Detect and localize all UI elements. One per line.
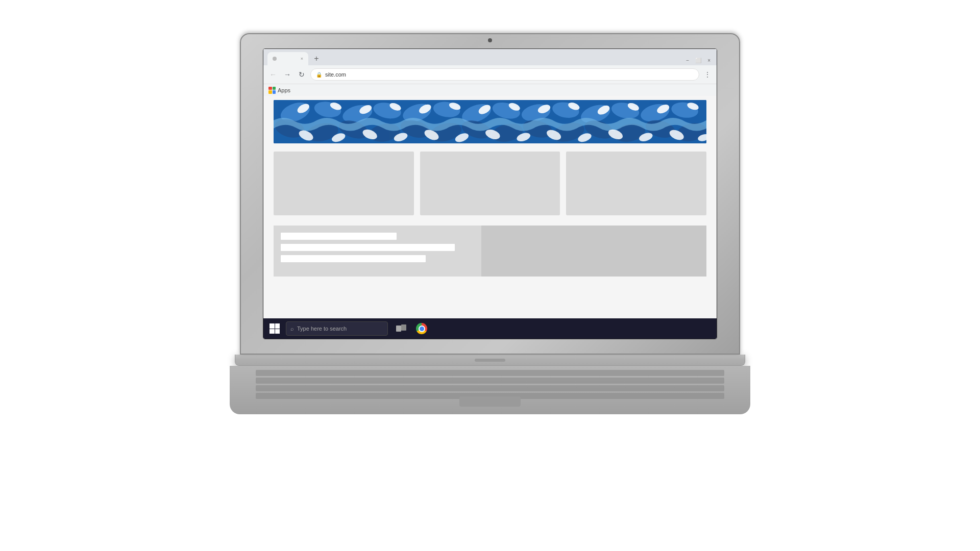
lock-icon: 🔒 (316, 72, 322, 78)
apps-grid-icon (268, 87, 276, 94)
laptop-lid: × + − ⬜ × ← → ↻ (240, 33, 740, 355)
trackpad-notch (475, 359, 505, 362)
taskbar-search[interactable]: ⌕ Type here to search (286, 321, 388, 336)
address-bar-row: ← → ↻ 🔒 site.com ⋮ (263, 65, 717, 84)
start-button[interactable] (265, 319, 284, 338)
new-tab-button[interactable]: + (309, 52, 324, 65)
keyboard-section (230, 366, 750, 414)
laptop: × + − ⬜ × ← → ↻ (219, 33, 761, 518)
refresh-button[interactable]: ↻ (296, 69, 307, 80)
chrome-app-button[interactable] (412, 319, 431, 338)
camera (488, 38, 492, 42)
windows-logo (270, 323, 280, 334)
header-pattern (274, 100, 706, 143)
address-bar[interactable]: 🔒 site.com (310, 68, 699, 81)
tab-close-button[interactable]: × (301, 56, 303, 61)
form-field-1[interactable] (281, 233, 397, 240)
site-header-banner (274, 100, 706, 143)
bottom-section (263, 221, 717, 281)
task-view-icon (396, 324, 406, 333)
url-text: site.com (325, 71, 346, 78)
card-2 (420, 152, 560, 215)
more-options-icon[interactable]: ⋮ (702, 69, 713, 80)
browser-tab[interactable]: × (267, 52, 308, 65)
form-area (274, 226, 481, 277)
card-1 (274, 152, 414, 215)
back-button[interactable]: ← (267, 69, 279, 80)
apps-label: Apps (278, 87, 290, 93)
screen: × + − ⬜ × ← → ↻ (263, 48, 717, 339)
keyboard-row-2 (256, 378, 724, 384)
page-body (263, 96, 717, 339)
toolbar-icons: ⋮ (702, 69, 713, 80)
bookmarks-bar: Apps (263, 84, 717, 96)
task-view-button[interactable] (392, 319, 410, 338)
minimize-button[interactable]: − (686, 58, 689, 63)
search-placeholder-text: Type here to search (297, 325, 347, 332)
keyboard-rows (256, 370, 724, 399)
restore-button[interactable]: ⬜ (695, 58, 701, 63)
keyboard-row-1 (256, 370, 724, 376)
form-field-2[interactable] (281, 244, 455, 251)
card-3 (566, 152, 706, 215)
keyboard-row-3 (256, 385, 724, 391)
trackpad[interactable] (459, 396, 521, 407)
forward-button[interactable]: → (282, 69, 293, 80)
laptop-base (235, 355, 745, 366)
taskbar: ⌕ Type here to search (263, 318, 717, 339)
chrome-icon (416, 323, 427, 334)
right-content-area (481, 226, 706, 277)
tab-favicon (273, 57, 277, 61)
form-field-3[interactable] (281, 255, 426, 262)
window-close-button[interactable]: × (707, 58, 710, 63)
taskbar-apps (392, 319, 431, 338)
window-controls: − ⬜ × (686, 58, 713, 65)
tab-bar: × + − ⬜ × (263, 49, 717, 65)
browser-ui: × + − ⬜ × ← → ↻ (263, 49, 717, 96)
apps-bookmark[interactable]: Apps (268, 87, 290, 94)
search-icon: ⌕ (290, 325, 294, 332)
card-section (263, 147, 717, 219)
